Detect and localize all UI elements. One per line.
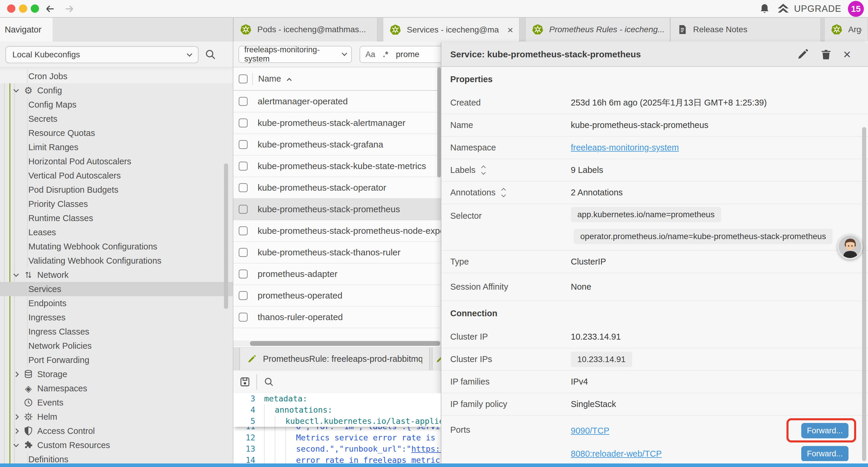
sidebar-item-port-forwarding[interactable]: Port Forwarding — [0, 353, 233, 367]
forward-button[interactable]: Forward... — [801, 446, 848, 461]
sidebar-search-icon[interactable] — [205, 49, 216, 60]
chevron-down-icon[interactable] — [13, 271, 19, 276]
details-scrollbar[interactable] — [862, 127, 866, 461]
tab-close-icon[interactable]: × — [504, 25, 513, 35]
sidebar-item-config[interactable]: ⚙Config — [0, 83, 233, 97]
namespace-select[interactable]: freeleaps-monitoring-system — [239, 46, 352, 63]
edit-pencil-icon[interactable] — [797, 48, 809, 61]
forward-button[interactable]: Forward... — [801, 423, 848, 438]
assistant-avatar[interactable] — [837, 234, 863, 260]
notifications-bell-icon[interactable] — [759, 3, 771, 15]
value-chip[interactable]: 10.233.14.91 — [571, 352, 632, 367]
row-checkbox[interactable] — [239, 140, 248, 149]
table-row[interactable]: prometheus-adapter — [234, 263, 441, 285]
match-case-toggle[interactable]: Aa — [366, 50, 375, 59]
row-checkbox[interactable] — [239, 269, 248, 279]
chevron-right-icon[interactable] — [13, 372, 19, 377]
navigator-tab[interactable]: Navigator — [0, 18, 53, 41]
table-row[interactable]: kube-prometheus-stack-operator — [234, 177, 441, 199]
regex-toggle[interactable]: .* — [383, 50, 388, 59]
sidebar-item-resource-quotas[interactable]: Resource Quotas — [0, 126, 233, 140]
row-checkbox[interactable] — [239, 97, 248, 106]
sidebar-item-config-maps[interactable]: Config Maps — [0, 97, 233, 112]
sidebar-item-helm[interactable]: Helm — [0, 410, 233, 424]
tab-argo-se[interactable]: Argo Se — [824, 18, 868, 41]
forward-arrow-icon[interactable] — [64, 3, 75, 14]
delete-trash-icon[interactable] — [820, 49, 832, 60]
kubeconfig-select[interactable]: Local Kubeconfigs — [5, 46, 198, 63]
list-vertical-scrollbar[interactable] — [437, 67, 441, 177]
chevron-down-icon[interactable] — [13, 442, 19, 447]
editor-search-icon[interactable] — [264, 377, 274, 387]
tab-pods-icecheng-mathmas[interactable]: Pods - icecheng@mathmas... — [234, 18, 377, 41]
sidebar-item-cron-jobs[interactable]: Cron Jobs — [0, 69, 233, 83]
list-search-input[interactable]: Aa .* prome — [360, 46, 445, 63]
row-checkbox[interactable] — [239, 291, 248, 300]
tab-services-icecheng-math[interactable]: Services - icecheng@math...× — [383, 18, 519, 42]
sidebar-item-limit-ranges[interactable]: Limit Ranges — [0, 140, 233, 154]
sidebar-item-network[interactable]: Network — [0, 268, 233, 282]
row-checkbox[interactable] — [239, 248, 248, 257]
sidebar-item-horizontal-pod-autoscalers[interactable]: Horizontal Pod Autoscalers — [0, 154, 233, 169]
sidebar-item-network-policies[interactable]: Network Policies — [0, 339, 233, 353]
table-row[interactable]: alertmanager-operated — [234, 91, 441, 112]
sidebar-item-runtime-classes[interactable]: Runtime Classes — [0, 211, 233, 225]
back-arrow-icon[interactable] — [44, 3, 56, 14]
yaml-editor[interactable]: 3metadata:4annotations:5kubectl.kubernet… — [234, 393, 441, 467]
select-all-checkbox[interactable] — [239, 75, 248, 83]
sidebar-item-secrets[interactable]: Secrets — [0, 112, 233, 126]
table-row[interactable]: kube-prometheus-stack-alertmanager — [234, 112, 441, 134]
value-chip[interactable]: operator.prometheus.io/name=kube-prometh… — [574, 229, 833, 244]
sidebar-item-storage[interactable]: Storage — [0, 367, 233, 381]
sidebar-item-access-control[interactable]: Access Control — [0, 424, 233, 438]
port-link[interactable]: 8080:reloader-web/TCP — [571, 449, 662, 459]
row-checkbox[interactable] — [239, 205, 248, 214]
save-icon[interactable] — [239, 376, 251, 387]
upgrade-button[interactable]: UPGRADE — [776, 0, 841, 18]
minimize-window-button[interactable] — [19, 4, 27, 13]
sidebar-item-leases[interactable]: Leases — [0, 225, 233, 239]
table-row[interactable]: prometheus-operated — [234, 285, 441, 307]
zoom-window-button[interactable] — [31, 4, 39, 13]
row-checkbox[interactable] — [239, 162, 248, 171]
notification-count-badge[interactable]: 15 — [848, 1, 864, 17]
value-chip[interactable]: app.kubernetes.io/name=prometheus — [571, 207, 721, 222]
sidebar-item-validating-webhook-configurations[interactable]: Validating Webhook Configurations — [0, 254, 233, 268]
sidebar-item-mutating-webhook-configurations[interactable]: Mutating Webhook Configurations — [0, 239, 233, 254]
chevron-right-icon[interactable] — [13, 428, 19, 434]
expand-toggle-icon[interactable] — [482, 166, 485, 174]
sidebar-item-endpoints[interactable]: Endpoints — [0, 296, 233, 310]
row-checkbox[interactable] — [239, 226, 248, 235]
sidebar-item-ingresses[interactable]: Ingresses — [0, 310, 233, 324]
table-row[interactable]: kube-prometheus-stack-kube-state-metrics — [234, 155, 441, 177]
sidebar-item-ingress-classes[interactable]: Ingress Classes — [0, 324, 233, 339]
close-icon[interactable]: × — [843, 48, 851, 61]
sidebar-scrollbar[interactable] — [224, 164, 228, 309]
sidebar-item-vertical-pod-autoscalers[interactable]: Vertical Pod Autoscalers — [0, 169, 233, 183]
sort-asc-icon[interactable] — [287, 78, 292, 83]
tab-release-notes[interactable]: Release Notes — [670, 18, 821, 41]
namespace-link[interactable]: freeleaps-monitoring-system — [571, 143, 679, 152]
sidebar-item-priority-classes[interactable]: Priority Classes — [0, 197, 233, 211]
table-row[interactable]: kube-prometheus-stack-prometheus-node-ex… — [234, 220, 441, 242]
row-checkbox[interactable] — [239, 313, 248, 322]
sidebar-item-events[interactable]: Events — [0, 396, 233, 410]
row-checkbox[interactable] — [239, 183, 248, 192]
table-row[interactable]: kube-prometheus-stack-grafana — [234, 134, 441, 155]
sidebar-item-pod-disruption-budgets[interactable]: Pod Disruption Budgets — [0, 183, 233, 197]
table-row[interactable]: kube-prometheus-stack-thanos-ruler — [234, 242, 441, 263]
row-checkbox[interactable] — [239, 119, 248, 127]
list-horizontal-scrollbar[interactable] — [250, 341, 440, 346]
code-link[interactable]: https://net — [411, 443, 441, 455]
tab-prometheus-rules-icecheng[interactable]: Prometheus Rules - icecheng... — [525, 18, 670, 41]
table-row[interactable]: kube-prometheus-stack-prometheus — [234, 199, 441, 220]
name-column-header[interactable]: Name — [258, 74, 281, 84]
chevron-right-icon[interactable] — [13, 414, 19, 419]
chevron-down-icon[interactable] — [13, 87, 19, 92]
sidebar-item-custom-resources[interactable]: Custom Resources — [0, 438, 233, 452]
sidebar-item-namespaces[interactable]: ◈Namespaces — [0, 381, 233, 396]
close-window-button[interactable] — [7, 4, 16, 13]
editor-tab[interactable]: PrometheusRule: freeleaps-prod-rabbitmq — [239, 348, 430, 370]
port-link[interactable]: 9090/TCP — [571, 426, 610, 436]
editor-tab-partial[interactable] — [432, 348, 441, 370]
